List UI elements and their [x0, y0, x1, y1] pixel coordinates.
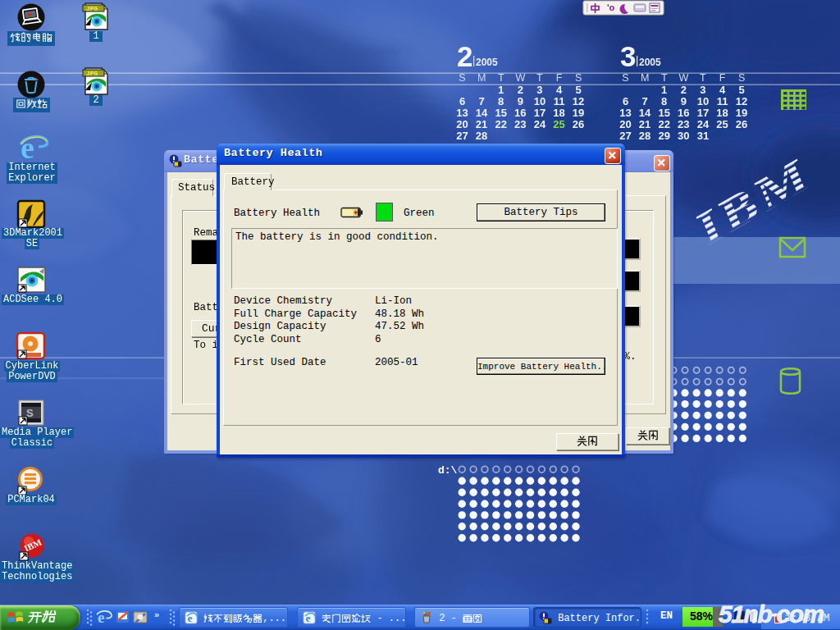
- svg-text:F: F: [556, 72, 563, 84]
- svg-text:d:\: d:\: [438, 464, 458, 477]
- svg-text:11: 11: [554, 95, 565, 107]
- svg-text:2: 2: [518, 84, 523, 96]
- svg-text:13: 13: [456, 107, 468, 119]
- svg-text:21: 21: [639, 118, 651, 130]
- svg-text:30: 30: [678, 130, 689, 142]
- svg-text:T: T: [536, 72, 543, 84]
- svg-text:3: 3: [700, 84, 705, 96]
- svg-text:T: T: [661, 72, 668, 84]
- svg-text:15: 15: [495, 107, 506, 119]
- svg-text:20: 20: [619, 118, 631, 130]
- svg-text:14: 14: [639, 107, 651, 119]
- svg-text:S: S: [622, 72, 628, 84]
- svg-text:22: 22: [658, 118, 669, 130]
- svg-text:2005: 2005: [639, 57, 661, 68]
- svg-text:ʹo: ʹo: [607, 2, 615, 12]
- svg-text:16: 16: [514, 107, 526, 119]
- svg-text:M: M: [641, 72, 649, 84]
- svg-text:W: W: [515, 72, 525, 84]
- svg-text:26: 26: [736, 118, 747, 130]
- svg-text:JPG: JPG: [86, 70, 98, 77]
- svg-text:27: 27: [619, 130, 631, 142]
- svg-text:26: 26: [573, 118, 584, 130]
- svg-text:16: 16: [678, 107, 689, 119]
- svg-text:T: T: [498, 72, 504, 84]
- svg-text:17: 17: [534, 107, 546, 119]
- svg-text:19: 19: [573, 107, 584, 119]
- svg-text:28: 28: [476, 130, 487, 142]
- svg-text:25: 25: [716, 118, 728, 130]
- svg-text:23: 23: [514, 118, 526, 130]
- svg-text:14: 14: [476, 107, 488, 119]
- svg-text:25: 25: [553, 118, 564, 130]
- svg-text:T: T: [700, 72, 706, 84]
- svg-text:21: 21: [476, 118, 487, 130]
- svg-text:5: 5: [575, 84, 581, 96]
- svg-text:3: 3: [620, 40, 636, 72]
- svg-text:3: 3: [536, 84, 542, 96]
- svg-text:17: 17: [697, 107, 709, 119]
- svg-text:11: 11: [717, 95, 728, 107]
- svg-text:12: 12: [736, 95, 747, 107]
- svg-text:10: 10: [697, 95, 709, 107]
- svg-text:9: 9: [518, 95, 523, 107]
- svg-text:2: 2: [457, 40, 472, 72]
- svg-text:18: 18: [553, 107, 564, 119]
- svg-text:F: F: [719, 72, 726, 84]
- svg-text:»: »: [154, 609, 159, 619]
- svg-text:23: 23: [678, 118, 689, 130]
- svg-text:6: 6: [459, 95, 465, 107]
- svg-text:2005: 2005: [476, 57, 498, 68]
- svg-text:7: 7: [478, 95, 484, 107]
- svg-text:8: 8: [498, 95, 504, 107]
- svg-text:19: 19: [736, 107, 747, 119]
- svg-text:29: 29: [658, 130, 669, 142]
- svg-text:12: 12: [573, 95, 584, 107]
- svg-text:8: 8: [661, 95, 667, 107]
- svg-text:9: 9: [681, 95, 687, 107]
- svg-text:6: 6: [623, 95, 628, 107]
- svg-text:S: S: [459, 72, 465, 84]
- svg-text:13: 13: [619, 107, 631, 119]
- svg-text:24: 24: [697, 118, 710, 130]
- svg-text:4: 4: [719, 84, 726, 96]
- svg-text:JPG: JPG: [86, 5, 98, 12]
- svg-text:20: 20: [456, 118, 468, 130]
- svg-text:S: S: [738, 72, 745, 84]
- svg-text:28: 28: [639, 130, 651, 142]
- svg-text:27: 27: [456, 130, 468, 142]
- svg-text:22: 22: [495, 118, 506, 130]
- svg-text:15: 15: [658, 107, 669, 119]
- svg-text:W: W: [678, 72, 688, 84]
- svg-text:31: 31: [697, 130, 709, 142]
- svg-text:S: S: [575, 72, 582, 84]
- svg-text:18: 18: [716, 107, 728, 119]
- svg-text:M: M: [477, 72, 486, 84]
- svg-text:24: 24: [534, 118, 546, 130]
- svg-text:2: 2: [681, 84, 687, 96]
- svg-text:1: 1: [661, 84, 667, 96]
- svg-text:7: 7: [641, 95, 647, 107]
- svg-text:1: 1: [498, 84, 504, 96]
- svg-text:4: 4: [556, 84, 563, 96]
- svg-text:10: 10: [534, 95, 546, 107]
- svg-text:5: 5: [738, 84, 744, 96]
